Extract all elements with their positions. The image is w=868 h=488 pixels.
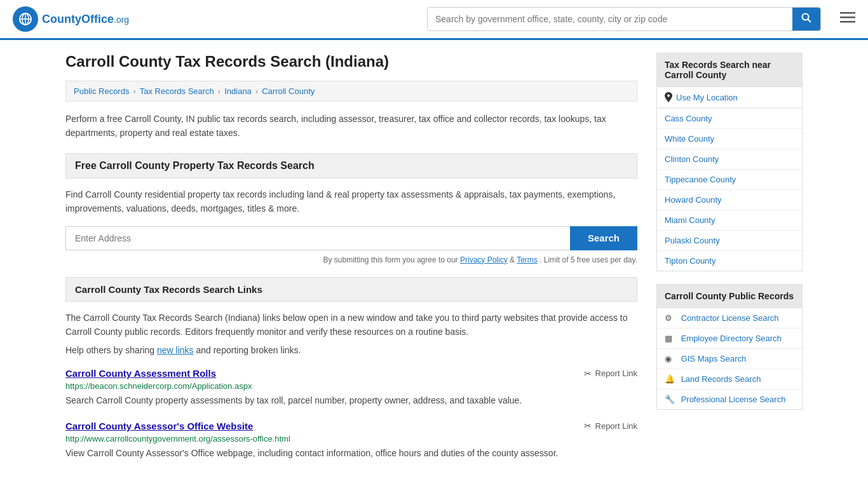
public-records-section: Carroll County Public Records ⚙ Contract…: [656, 284, 803, 410]
gis-maps-search-link[interactable]: ◉ GIS Maps Search: [657, 349, 802, 369]
list-item: 🔔 Land Records Search: [657, 369, 802, 390]
main-content: Carroll County Tax Records Search (India…: [65, 53, 637, 473]
site-header: CountyOffice.org: [0, 0, 868, 40]
report-link-button[interactable]: ✂ Report Link: [584, 369, 637, 379]
use-my-location-item[interactable]: Use My Location: [657, 87, 802, 109]
free-search-description: Find Carroll County residential property…: [65, 187, 637, 216]
use-my-location-link[interactable]: Use My Location: [657, 87, 802, 108]
terms-link[interactable]: Terms: [517, 255, 538, 264]
list-item: 🔧 Professional License Search: [657, 390, 802, 409]
county-link[interactable]: Tipton County: [657, 251, 802, 271]
breadcrumb: Public Records › Tax Records Search › In…: [65, 81, 637, 102]
svg-rect-7: [840, 12, 855, 14]
map-icon: ◉: [665, 354, 675, 363]
address-search-form: Search: [65, 226, 637, 250]
county-link[interactable]: White County: [657, 129, 802, 149]
list-item: Howard County: [657, 190, 802, 210]
global-search-button[interactable]: [792, 8, 820, 30]
breadcrumb-tax-records-search[interactable]: Tax Records Search: [140, 86, 214, 96]
link-item: Carroll County Assessment Rolls ✂ Report…: [65, 368, 637, 407]
list-item: Pulaski County: [657, 231, 802, 251]
list-item: ▦ Employee Directory Search: [657, 329, 802, 349]
list-item: Cass County: [657, 109, 802, 129]
nearby-section-title: Tax Records Search near Carroll County: [656, 53, 803, 87]
list-item: ⚙ Contractor License Search: [657, 308, 802, 329]
link-item-header: Carroll County Assessor's Office Website…: [65, 421, 637, 431]
svg-line-6: [808, 19, 811, 22]
global-search-input[interactable]: [428, 9, 792, 29]
link-item-title[interactable]: Carroll County Assessment Rolls: [65, 368, 216, 379]
privacy-policy-link[interactable]: Privacy Policy: [460, 255, 508, 264]
logo-link[interactable]: CountyOffice.org: [13, 6, 129, 32]
report-icon: ✂: [584, 369, 592, 379]
nearby-county-list: Use My Location Cass County White County…: [656, 87, 803, 271]
gear-icon: ⚙: [665, 313, 675, 323]
new-links-link[interactable]: new links: [157, 345, 194, 355]
county-link[interactable]: Pulaski County: [657, 231, 802, 250]
address-search-button[interactable]: Search: [570, 226, 637, 250]
location-pin-icon: [665, 92, 672, 102]
logo-icon: [13, 6, 38, 32]
breadcrumb-public-records[interactable]: Public Records: [74, 86, 129, 96]
link-item-header: Carroll County Assessment Rolls ✂ Report…: [65, 368, 637, 379]
svg-rect-8: [840, 17, 855, 18]
link-url: https://beacon.schneidercorp.com/Applica…: [65, 381, 637, 391]
link-url: http://www.carrollcountygovernment.org/a…: [65, 434, 637, 444]
professional-license-search-link[interactable]: 🔧 Professional License Search: [657, 390, 802, 409]
report-icon: ✂: [584, 421, 592, 431]
county-link[interactable]: Miami County: [657, 210, 802, 230]
county-link[interactable]: Howard County: [657, 190, 802, 210]
form-note: By submitting this form you agree to our…: [65, 255, 637, 264]
list-item: ◉ GIS Maps Search: [657, 349, 802, 369]
public-records-section-title: Carroll County Public Records: [656, 284, 803, 308]
main-container: Carroll County Tax Records Search (India…: [53, 40, 815, 485]
contractor-license-search-link[interactable]: ⚙ Contractor License Search: [657, 308, 802, 328]
county-link[interactable]: Cass County: [657, 109, 802, 128]
list-item: Clinton County: [657, 149, 802, 170]
logo-text: CountyOffice.org: [42, 13, 129, 26]
new-links-note: Help others by sharing new links and rep…: [65, 345, 637, 355]
list-item: Tipton County: [657, 251, 802, 271]
hamburger-menu-icon[interactable]: [840, 11, 855, 27]
list-item: White County: [657, 129, 802, 149]
address-input[interactable]: [65, 226, 570, 250]
bell-icon: 🔔: [665, 374, 675, 384]
link-description: Search Carroll County property assessmen…: [65, 393, 637, 407]
report-link-button[interactable]: ✂ Report Link: [584, 421, 637, 431]
list-item: Miami County: [657, 210, 802, 231]
county-link[interactable]: Clinton County: [657, 149, 802, 169]
breadcrumb-carroll-county[interactable]: Carroll County: [262, 86, 315, 96]
svg-rect-9: [840, 21, 855, 23]
svg-point-11: [667, 95, 670, 97]
county-link[interactable]: Tippecanoe County: [657, 170, 802, 189]
land-records-search-link[interactable]: 🔔 Land Records Search: [657, 369, 802, 389]
sidebar: Tax Records Search near Carroll County U…: [656, 53, 803, 473]
links-section-heading: Carroll County Tax Records Search Links: [65, 277, 637, 302]
directory-icon: ▦: [665, 334, 675, 343]
link-description: View Carroll County Assessor's Office we…: [65, 446, 637, 460]
breadcrumb-indiana[interactable]: Indiana: [224, 86, 252, 96]
free-search-heading: Free Carroll County Property Tax Records…: [65, 153, 637, 179]
page-title: Carroll County Tax Records Search (India…: [65, 53, 637, 71]
list-item: Tippecanoe County: [657, 170, 802, 190]
global-search-bar: [427, 7, 821, 31]
link-item: Carroll County Assessor's Office Website…: [65, 421, 637, 460]
links-section: Carroll County Tax Records Search Links …: [65, 277, 637, 461]
links-section-description: The Carroll County Tax Records Search (I…: [65, 311, 637, 339]
public-records-list: ⚙ Contractor License Search ▦ Employee D…: [656, 308, 803, 410]
nearby-section: Tax Records Search near Carroll County U…: [656, 53, 803, 271]
link-item-title[interactable]: Carroll County Assessor's Office Website: [65, 421, 253, 431]
page-description: Perform a free Carroll County, IN public…: [65, 112, 637, 140]
employee-directory-search-link[interactable]: ▦ Employee Directory Search: [657, 329, 802, 348]
wrench-icon: 🔧: [665, 395, 675, 404]
